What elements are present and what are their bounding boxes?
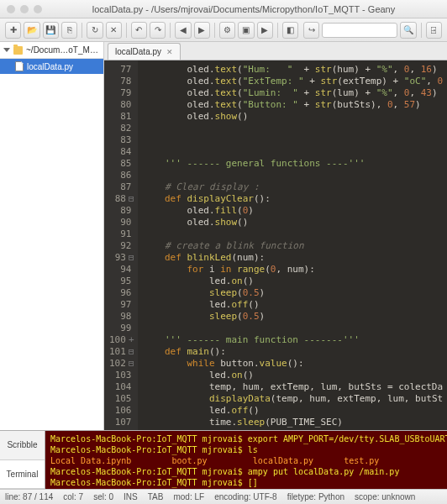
close-window-button[interactable] bbox=[7, 5, 15, 13]
line-gutter: 77 78 79 80 81 82 83 84 85 86 87 88⊟89 9… bbox=[104, 60, 138, 430]
jump-button[interactable]: ↪ bbox=[303, 22, 319, 39]
open-file-button[interactable]: 📂 bbox=[24, 22, 39, 39]
color-picker-button[interactable]: ◧ bbox=[282, 22, 298, 39]
quit-button[interactable]: ⍈ bbox=[426, 22, 442, 39]
undo-button[interactable]: ↶ bbox=[131, 22, 147, 39]
sidebar: ~/Docum…oT_MQTT localData.py bbox=[0, 42, 104, 430]
redo-button[interactable]: ↷ bbox=[150, 22, 166, 39]
save-button[interactable]: 💾 bbox=[43, 22, 59, 39]
window-controls bbox=[7, 5, 42, 13]
window-title: localData.py - /Users/mjrovai/Documents/… bbox=[47, 4, 440, 14]
toolbar: ✚ 📂 💾 ⎘ ↻ ✕ ↶ ↷ ◀ ▶ ⚙ ▣ ▶ ◧ ↪ 🔍 ⍈ bbox=[0, 18, 447, 42]
terminal-output[interactable]: Marcelos-MacBook-Pro:IoT_MQTT mjrovai$ e… bbox=[45, 431, 447, 489]
minimize-window-button[interactable] bbox=[20, 5, 29, 13]
search-button[interactable]: 🔍 bbox=[400, 22, 416, 39]
sidebar-folder-label: ~/Docum…oT_MQTT bbox=[26, 45, 100, 55]
tab-localdata[interactable]: localData.py ✕ bbox=[108, 43, 181, 60]
sidebar-folder-row[interactable]: ~/Docum…oT_MQTT bbox=[0, 42, 103, 59]
status-mod: mod: LF bbox=[173, 492, 204, 501]
status-ins: INS bbox=[124, 492, 138, 501]
status-line: line: 87 / 114 bbox=[5, 492, 53, 501]
statusbar: line: 87 / 114 col: 7 sel: 0 INS TAB mod… bbox=[0, 489, 447, 504]
save-all-button[interactable]: ⎘ bbox=[61, 22, 77, 39]
status-enc: encoding: UTF-8 bbox=[214, 492, 276, 501]
tab-scribble[interactable]: Scribble bbox=[0, 431, 45, 460]
status-col: col: 7 bbox=[63, 492, 83, 501]
file-icon bbox=[15, 61, 24, 71]
bottom-panel: Scribble Terminal Marcelos-MacBook-Pro:I… bbox=[0, 430, 447, 489]
nav-fwd-button[interactable]: ▶ bbox=[194, 22, 210, 39]
tab-label: localData.py bbox=[115, 47, 161, 56]
run-button[interactable]: ▶ bbox=[257, 22, 273, 39]
bottom-panel-tabs: Scribble Terminal bbox=[0, 431, 45, 489]
folder-icon bbox=[13, 46, 23, 55]
reload-button[interactable]: ↻ bbox=[87, 22, 103, 39]
compile-button[interactable]: ⚙ bbox=[219, 22, 235, 39]
nav-back-button[interactable]: ◀ bbox=[175, 22, 191, 39]
sidebar-file-label: localData.py bbox=[27, 62, 73, 71]
zoom-window-button[interactable] bbox=[34, 5, 42, 13]
status-ft: filetype: Python bbox=[287, 492, 344, 501]
build-button[interactable]: ▣ bbox=[238, 22, 254, 39]
status-scope: scope: unknown bbox=[355, 492, 415, 501]
close-icon[interactable]: ✕ bbox=[166, 48, 173, 56]
editor-area: localData.py ✕ 77 78 79 80 81 82 83 84 8… bbox=[104, 42, 447, 430]
main-area: ~/Docum…oT_MQTT localData.py localData.p… bbox=[0, 42, 447, 430]
titlebar: localData.py - /Users/mjrovai/Documents/… bbox=[0, 0, 447, 18]
search-input[interactable] bbox=[322, 23, 397, 38]
close-button[interactable]: ✕ bbox=[106, 22, 122, 39]
sidebar-file-row[interactable]: localData.py bbox=[0, 59, 103, 74]
chevron-down-icon bbox=[3, 48, 10, 52]
tab-terminal[interactable]: Terminal bbox=[0, 460, 45, 490]
code-editor[interactable]: 77 78 79 80 81 82 83 84 85 86 87 88⊟89 9… bbox=[104, 60, 447, 430]
status-sel: sel: 0 bbox=[93, 492, 113, 501]
code-source[interactable]: oled.text("Hum: " + str(hum) + "%", 0, 1… bbox=[138, 60, 448, 430]
new-file-button[interactable]: ✚ bbox=[5, 22, 21, 39]
status-tab: TAB bbox=[148, 492, 164, 501]
tabbar: localData.py ✕ bbox=[104, 42, 447, 60]
